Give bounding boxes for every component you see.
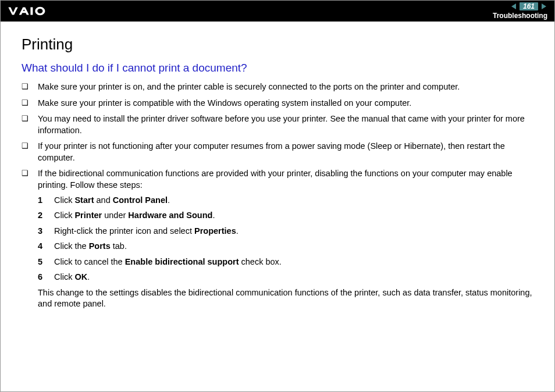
bullet-list: ❑ Make sure your printer is on, and the … bbox=[22, 81, 533, 310]
step-number: 6 bbox=[38, 272, 46, 283]
bullet-text: Make sure your printer is on, and the pr… bbox=[38, 81, 533, 93]
step-text: Click OK. bbox=[54, 272, 533, 283]
step-number: 4 bbox=[38, 241, 46, 252]
step-text: Click the Ports tab. bbox=[54, 241, 533, 252]
steps-list: 1 Click Start and Control Panel. 2 Click… bbox=[38, 195, 533, 283]
prev-page-arrow-icon[interactable] bbox=[510, 3, 517, 10]
content-area: Printing What should I do if I cannot pr… bbox=[1, 22, 554, 391]
step-number: 1 bbox=[38, 195, 46, 206]
step-item: 1 Click Start and Control Panel. bbox=[38, 195, 533, 206]
bullet-icon: ❑ bbox=[22, 98, 30, 109]
svg-marker-1 bbox=[511, 3, 516, 9]
list-item: ❑ Make sure your printer is compatible w… bbox=[22, 98, 533, 109]
step-number: 2 bbox=[38, 210, 46, 222]
step-text: Click to cancel the Enable bidirectional… bbox=[54, 256, 533, 268]
step-item: 6 Click OK. bbox=[38, 272, 533, 283]
svg-marker-2 bbox=[542, 3, 546, 9]
step-text: Right-click the printer icon and select … bbox=[54, 226, 533, 237]
follow-text: This change to the settings disables the… bbox=[38, 287, 533, 310]
document-page: 161 Troubleshooting Printing What should… bbox=[0, 0, 555, 392]
vaio-logo bbox=[8, 5, 61, 17]
bullet-icon: ❑ bbox=[22, 141, 30, 163]
page-subtitle: What should I do if I cannot print a doc… bbox=[22, 62, 533, 74]
bullet-text: If your printer is not functioning after… bbox=[38, 141, 533, 163]
step-number: 5 bbox=[38, 256, 46, 268]
list-item: ❑ You may need to install the printer dr… bbox=[22, 113, 533, 136]
bullet-text: Make sure your printer is compatible wit… bbox=[38, 98, 533, 109]
page-number: 161 bbox=[520, 2, 538, 10]
header-bar: 161 Troubleshooting bbox=[1, 1, 554, 22]
step-item: 2 Click Printer under Hardware and Sound… bbox=[38, 210, 533, 222]
page-title: Printing bbox=[22, 35, 533, 54]
svg-rect-0 bbox=[30, 7, 33, 15]
bullet-text: You may need to install the printer driv… bbox=[38, 113, 533, 136]
step-number: 3 bbox=[38, 226, 46, 237]
bullet-text-with-steps: If the bidirectional communication funct… bbox=[38, 168, 533, 310]
bullet-icon: ❑ bbox=[22, 113, 30, 136]
bullet-text: If the bidirectional communication funct… bbox=[38, 169, 513, 190]
bullet-icon: ❑ bbox=[22, 81, 30, 93]
section-link[interactable]: Troubleshooting bbox=[493, 12, 547, 20]
step-item: 3 Right-click the printer icon and selec… bbox=[38, 226, 533, 237]
step-text: Click Start and Control Panel. bbox=[54, 195, 533, 206]
bullet-icon: ❑ bbox=[22, 168, 30, 310]
step-text: Click Printer under Hardware and Sound. bbox=[54, 210, 533, 222]
next-page-arrow-icon[interactable] bbox=[540, 3, 547, 10]
page-navigation: 161 bbox=[510, 2, 547, 10]
list-item: ❑ If the bidirectional communication fun… bbox=[22, 168, 533, 310]
header-right: 161 Troubleshooting bbox=[493, 2, 547, 20]
list-item: ❑ If your printer is not functioning aft… bbox=[22, 141, 533, 163]
step-item: 5 Click to cancel the Enable bidirection… bbox=[38, 256, 533, 268]
step-item: 4 Click the Ports tab. bbox=[38, 241, 533, 252]
list-item: ❑ Make sure your printer is on, and the … bbox=[22, 81, 533, 93]
